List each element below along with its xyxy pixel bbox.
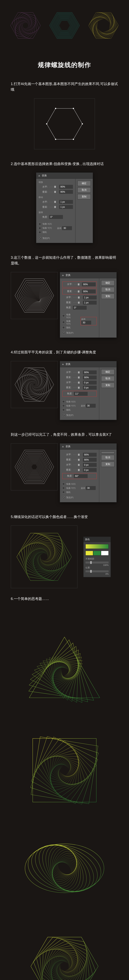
copy-button[interactable]: 复制: [101, 294, 115, 299]
slider-mv[interactable]: [49, 206, 57, 208]
input-angle[interactable]: [49, 215, 63, 219]
svg-marker-3: [47, 108, 82, 139]
gradient-preview[interactable]: [86, 544, 108, 549]
step-5-canvas: [11, 525, 78, 588]
ok-button[interactable]: [101, 452, 115, 453]
ok-button[interactable]: 确定: [101, 369, 115, 375]
cancel-button[interactable]: 取消: [101, 376, 115, 381]
input-move-v[interactable]: [59, 205, 73, 209]
hero-spiral-teal: [47, 8, 82, 43]
step-1-text: 1.打开AI先画一个基本图形,基本图形不同产生的效果不同,可以多做试哦: [11, 81, 118, 92]
chk-mirror-y[interactable]: [38, 227, 41, 229]
copy-button[interactable]: 复制: [78, 194, 91, 199]
svg-rect-5: [73, 139, 74, 140]
hero-spiral-purple: [8, 8, 43, 43]
step-5-text: 5.继续深化的话还可以换个颜色或者……换个渐变: [11, 514, 118, 520]
svg-marker-0: [10, 13, 40, 38]
warning-icon: [38, 175, 40, 177]
slider-mh[interactable]: [49, 201, 57, 203]
section-move: 移动: [38, 196, 73, 199]
gallery-triangle: [11, 623, 118, 721]
step-6-text: 6.一个简单的思考题……: [11, 596, 118, 602]
svg-marker-11: [15, 368, 54, 401]
step-4b-text: 到这一步已经可以完工了，角度不同，效果各异，可以拿去装X了: [11, 432, 118, 438]
ok-button[interactable]: 确定: [78, 181, 91, 186]
chk-random[interactable]: [38, 231, 41, 234]
warning-icon: [62, 446, 64, 447]
svg-marker-14: [29, 637, 100, 698]
location-slider[interactable]: [86, 570, 108, 572]
transform-panel-step2: 变换 缩放 水平: 垂直: 移动 水平: 垂直: 旋转 角度: 镜像 X(X) …: [36, 172, 93, 243]
input-scale-v[interactable]: [82, 290, 96, 293]
step-3-canvas: [11, 272, 58, 319]
hero-banner: [0, 0, 129, 51]
step-4-canvas: [11, 361, 58, 408]
chk-mirror-x[interactable]: [38, 223, 41, 225]
step-4b-canvas: [11, 443, 58, 490]
step-1-canvas: [34, 99, 95, 150]
warning-icon: [62, 363, 64, 365]
svg-marker-1: [49, 13, 80, 38]
svg-rect-8: [55, 108, 56, 109]
input-copies[interactable]: [81, 321, 91, 325]
svg-marker-12: [15, 450, 54, 484]
gallery-hex-final: [11, 917, 118, 980]
tutorial-title: 规律螺旋线的制作: [0, 61, 129, 69]
panel-title: 变换: [42, 174, 47, 177]
opacity-slider[interactable]: [86, 562, 108, 563]
step-3-text: 3.这三个数值，这一步就知道什么作用了，数值随意，效果影响最明显哦。: [11, 255, 118, 266]
slider-v[interactable]: [49, 191, 57, 193]
color-panel-title: 颜色: [83, 537, 111, 542]
svg-rect-9: [73, 108, 74, 109]
input-move-h[interactable]: [59, 200, 73, 204]
gallery-ellipse: [11, 819, 118, 917]
swatch-white[interactable]: [101, 551, 108, 555]
gallery-square: [11, 721, 118, 819]
chk-preview[interactable]: [38, 237, 41, 240]
input-angle-key[interactable]: [74, 392, 88, 396]
svg-rect-7: [46, 123, 47, 124]
ok-button[interactable]: 确定: [101, 280, 115, 286]
transform-panel-step3: 变换 水平: 垂直: 水平: 垂直: 角度: 镜像 X(X) 镜像 Y(Y) 随…: [60, 272, 117, 338]
cancel-button[interactable]: 取消: [78, 188, 91, 192]
step-4-text: 4.经过前面平平无奇的设置，到了关键的步骤-调整角度: [11, 350, 118, 355]
transform-panel-step4b: 变换 水平: 垂直: 水平: 垂直: 角度: 镜像 X(X) 镜像 Y(Y) 随…: [60, 443, 117, 502]
color-panel: 颜色 不透明度: 100% 位置: 0%: [83, 537, 111, 577]
cancel-button[interactable]: 取消: [101, 287, 115, 292]
copy-button[interactable]: 复制: [101, 461, 115, 467]
input-copies[interactable]: [62, 226, 72, 230]
input-scale-h[interactable]: [59, 185, 73, 189]
swatch-yellow[interactable]: [86, 551, 93, 555]
input-scale-h[interactable]: [82, 282, 96, 286]
input-scale-v[interactable]: [59, 190, 73, 194]
svg-rect-6: [55, 139, 56, 140]
cancel-button[interactable]: 取消: [101, 455, 115, 460]
section-scale: 缩放: [38, 181, 73, 184]
copy-button[interactable]: 复制: [101, 383, 115, 388]
section-rotate: 旋转: [38, 211, 73, 214]
hero-spiral-yellow: [86, 8, 121, 43]
step-2-text: 2.选中基本图形后选择效果-扭曲和变换-变换 , 出现选择对话: [11, 161, 118, 167]
svg-rect-4: [82, 123, 83, 124]
slider-h[interactable]: [49, 186, 57, 188]
transform-panel-step4: 变换 水平: 垂直: 水平: 垂直: 角度: 镜像 X(X) 镜像 Y(Y) 随…: [60, 361, 117, 420]
svg-point-16: [25, 844, 104, 893]
warning-icon: [62, 274, 64, 276]
swatch-green[interactable]: [93, 551, 101, 555]
svg-rect-15: [33, 738, 96, 802]
